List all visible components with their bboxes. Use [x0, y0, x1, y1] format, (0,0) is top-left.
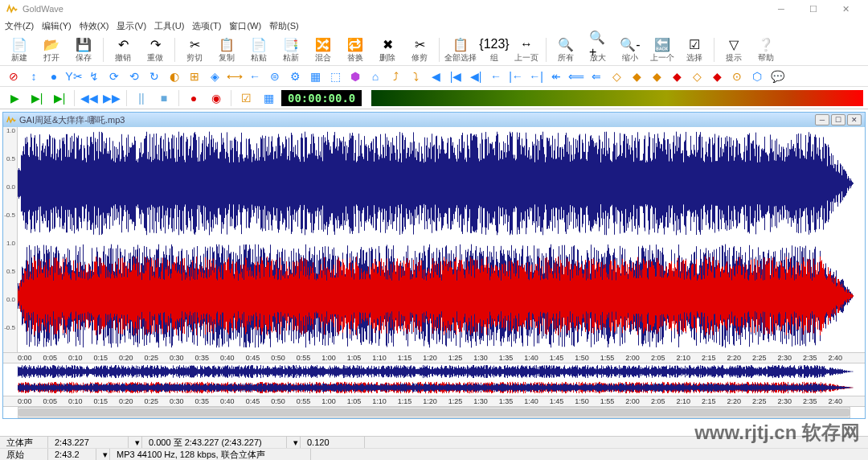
status-dropdown2-icon[interactable]: ▾ [287, 437, 301, 448]
toolbar-button-粘贴[interactable]: 📄粘贴 [244, 35, 273, 65]
menu-item[interactable]: 文件(Z) [5, 20, 34, 32]
toolbar-button-重做[interactable]: ↷重做 [141, 35, 170, 65]
transport-button[interactable]: ◉ [207, 89, 226, 107]
menu-item[interactable]: 编辑(Y) [42, 20, 72, 32]
toolbar-button-撤销[interactable]: ↶撤销 [108, 35, 137, 65]
effect-button[interactable]: ◀ [427, 68, 444, 85]
effect-button[interactable]: ◇ [608, 68, 625, 85]
effect-button[interactable]: ◆ [648, 68, 665, 85]
effect-button[interactable]: ⟷ [226, 68, 244, 85]
time-ruler[interactable]: 0:000:050:100:150:200:250:300:350:400:45… [3, 352, 865, 363]
waveform-area[interactable]: 1.00.50.0-0.5 1.00.50.0-0.5 0:000:050:10… [3, 127, 865, 418]
transport-button[interactable]: ◀◀ [80, 89, 99, 107]
minimize-button[interactable]: ─ [765, 0, 797, 18]
transport-button[interactable]: ▶| [50, 89, 69, 107]
overview-ruler[interactable]: 0:000:050:100:150:200:250:300:350:400:45… [3, 396, 865, 407]
toolbar-button-全部选择[interactable]: 📋全部选择 [444, 35, 477, 65]
effect-button[interactable]: ⇐ [588, 68, 605, 85]
effect-button[interactable]: ◐ [166, 68, 183, 85]
transport-button[interactable]: ▦ [259, 89, 278, 107]
status-dropdown1-icon[interactable]: ▾ [129, 437, 142, 448]
overview[interactable] [3, 363, 865, 396]
toolbar-button-选择[interactable]: ☑选择 [680, 35, 709, 65]
effect-button[interactable]: ↞ [547, 68, 565, 85]
effect-button[interactable]: ⬚ [326, 68, 344, 85]
toolbar-button-打开[interactable]: 📂打开 [37, 35, 66, 65]
effect-button[interactable]: ◇ [688, 68, 706, 85]
status-duration[interactable]: 2:43.227 [48, 437, 129, 448]
effect-button[interactable]: ◆ [708, 68, 726, 85]
effect-button[interactable]: |← [507, 68, 525, 85]
toolbar-button-剪切[interactable]: ✂剪切 [180, 35, 209, 65]
menu-item[interactable]: 窗口(W) [229, 20, 261, 32]
effect-button[interactable]: 💬 [768, 68, 786, 85]
effect-button[interactable]: |◀ [447, 68, 465, 85]
menu-item[interactable]: 帮助(S) [269, 20, 299, 32]
menu-item[interactable]: 选项(T) [192, 20, 221, 32]
effect-button[interactable]: ⤵ [407, 68, 424, 85]
effect-button[interactable]: ◆ [628, 68, 645, 85]
status-value[interactable]: 0.120 [301, 437, 365, 448]
channel-right[interactable]: 1.00.50.0-0.5 [3, 240, 865, 352]
effect-button[interactable]: ↯ [85, 68, 103, 85]
effect-button[interactable]: ⊜ [266, 68, 284, 85]
transport-button[interactable]: ● [184, 89, 203, 107]
channel-left[interactable]: 1.00.50.0-0.5 [3, 127, 865, 240]
effect-button[interactable]: ◈ [206, 68, 223, 85]
transport-button[interactable]: ▶▶ [102, 89, 121, 107]
toolbar-button-帮助[interactable]: ❔帮助 [751, 35, 780, 65]
toolbar-button-替换[interactable]: 🔁替换 [341, 35, 370, 65]
effect-button[interactable]: ↕ [25, 68, 43, 85]
effect-button[interactable]: ⊙ [728, 68, 746, 85]
toolbar-button-缩小[interactable]: 🔍-缩小 [616, 35, 645, 65]
transport-button[interactable]: ☑ [236, 89, 256, 107]
close-button[interactable]: ✕ [829, 0, 862, 18]
effect-button[interactable]: ⬡ [748, 68, 766, 85]
effect-button[interactable]: ◆ [668, 68, 686, 85]
effect-button[interactable]: ↻ [145, 68, 163, 85]
toolbar-button-混合[interactable]: 🔀混合 [309, 35, 338, 65]
effect-button[interactable]: ⟳ [105, 68, 123, 85]
toolbar-button-粘新[interactable]: 📑粘新 [276, 35, 305, 65]
transport-button[interactable]: ■ [154, 89, 174, 107]
effect-button[interactable]: ⊘ [5, 68, 23, 85]
status-dur2[interactable]: 2:43.2 [48, 449, 96, 460]
menu-item[interactable]: 显示(V) [117, 20, 146, 32]
toolbar-button-所有[interactable]: 🔍所有 [551, 35, 580, 65]
effect-button[interactable]: ⌂ [366, 68, 384, 85]
effect-button[interactable]: ● [45, 68, 63, 85]
toolbar-button-复制[interactable]: 📋复制 [212, 35, 241, 65]
menu-item[interactable]: 特效(X) [80, 20, 109, 32]
toolbar-button-组[interactable]: {123}组 [480, 35, 509, 65]
toolbar-button-放大[interactable]: 🔍+放大 [583, 35, 612, 65]
doc-close-button[interactable]: ✕ [847, 114, 862, 125]
doc-minimize-button[interactable]: ─ [815, 114, 829, 125]
effect-button[interactable]: ← [487, 68, 505, 85]
transport-button[interactable]: || [132, 89, 151, 107]
toolbar-button-修剪[interactable]: ✂修剪 [405, 35, 434, 65]
status-format[interactable]: MP3 44100 Hz, 128 kbps, 联合立体声 [110, 449, 311, 460]
effect-button[interactable]: ⬢ [346, 68, 364, 85]
effect-button[interactable]: ⤴ [387, 68, 404, 85]
effect-button[interactable]: ▦ [306, 68, 324, 85]
effect-button[interactable]: ⟸ [567, 68, 585, 85]
maximize-button[interactable]: ☐ [797, 0, 829, 18]
effect-button[interactable]: ⊞ [186, 68, 203, 85]
doc-maximize-button[interactable]: ☐ [831, 114, 845, 125]
effect-button[interactable]: ⚙ [286, 68, 304, 85]
toolbar-button-提示[interactable]: ▽提示 [719, 35, 748, 65]
status-original[interactable]: 原始 [0, 449, 48, 460]
toolbar-button-上一个[interactable]: 🔙上一个 [648, 35, 677, 65]
menu-item[interactable]: 工具(U) [154, 20, 184, 32]
effect-button[interactable]: ← [246, 68, 264, 85]
toolbar-button-新建[interactable]: 📄新建 [5, 35, 34, 65]
status-range[interactable]: 0.000 至 2:43.227 (2:43.227) [142, 437, 287, 448]
effect-button[interactable]: Y✂ [65, 68, 83, 85]
toolbar-button-上一页[interactable]: ↔上一页 [512, 35, 541, 65]
status-dropdown3-icon[interactable]: ▾ [96, 449, 110, 460]
effect-button[interactable]: ◀| [467, 68, 485, 85]
toolbar-button-删除[interactable]: ✖删除 [373, 35, 402, 65]
effect-button[interactable]: ⟲ [125, 68, 143, 85]
status-stereo[interactable]: 立体声 [0, 437, 48, 448]
toolbar-button-保存[interactable]: 💾保存 [69, 35, 98, 65]
